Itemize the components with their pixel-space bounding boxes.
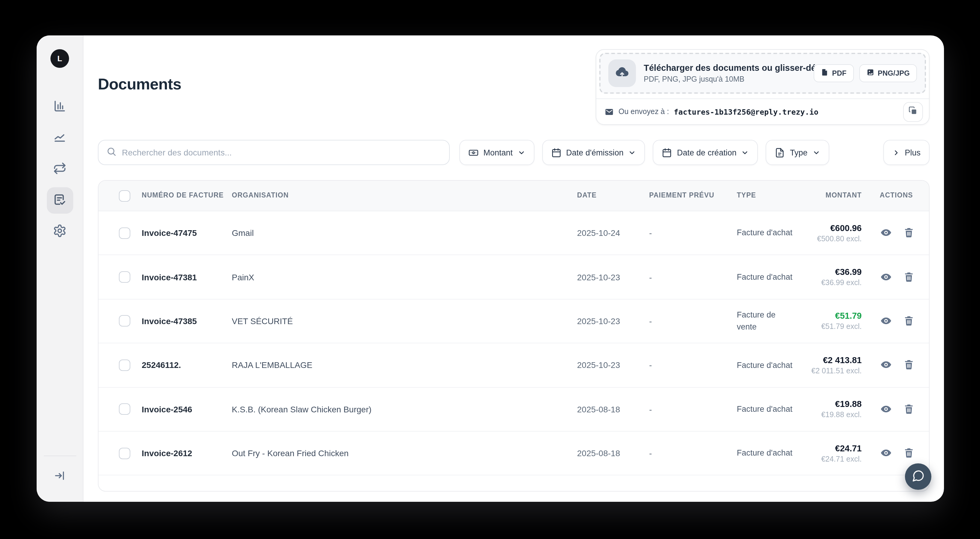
payment-due: - bbox=[649, 448, 737, 458]
eye-icon bbox=[880, 363, 891, 372]
toolbar: Montant Date d'émission Date de création… bbox=[98, 140, 929, 165]
trash-icon bbox=[903, 231, 914, 240]
column-header-date: Date bbox=[577, 191, 649, 201]
amount-cell: €24.71 €24.71 excl. bbox=[810, 443, 862, 463]
invoice-number: Invoice-47475 bbox=[142, 228, 232, 238]
row-checkbox[interactable] bbox=[119, 271, 130, 283]
amount-excl: €51.79 excl. bbox=[810, 323, 862, 331]
delete-document-button[interactable] bbox=[902, 403, 915, 415]
avatar[interactable]: L bbox=[51, 49, 69, 68]
app-window: L bbox=[37, 35, 944, 502]
file-text-icon bbox=[775, 147, 785, 157]
view-document-button[interactable] bbox=[880, 447, 892, 459]
row-checkbox[interactable] bbox=[119, 404, 130, 415]
row-checkbox[interactable] bbox=[119, 315, 130, 327]
filter-date-creation-button[interactable]: Date de création bbox=[653, 140, 758, 165]
invoice-type: Facture d'achat bbox=[737, 359, 794, 371]
row-checkbox[interactable] bbox=[119, 447, 130, 459]
sidebar-expand-button[interactable] bbox=[48, 464, 72, 488]
row-checkbox[interactable] bbox=[119, 227, 130, 238]
more-filters-button[interactable]: Plus bbox=[883, 140, 929, 165]
invoice-number: Invoice-2546 bbox=[142, 405, 232, 414]
view-document-button[interactable] bbox=[880, 403, 892, 415]
delete-document-button[interactable] bbox=[902, 227, 915, 239]
upload-title: Télécharger des documents ou glisser-dép… bbox=[644, 63, 805, 73]
delete-document-button[interactable] bbox=[902, 271, 915, 283]
amount-excl: €36.99 excl. bbox=[810, 278, 862, 287]
column-header-type: Type bbox=[737, 191, 810, 201]
search-box bbox=[98, 140, 450, 165]
invoice-date: 2025-08-18 bbox=[577, 448, 649, 458]
amount-cell: €2 413.81 €2 011.51 excl. bbox=[810, 355, 862, 375]
sidebar-item-analytics[interactable] bbox=[46, 94, 73, 120]
file-icon bbox=[821, 68, 828, 78]
filter-date-emission-button[interactable]: Date d'émission bbox=[542, 140, 645, 165]
amount-cell: €19.88 €19.88 excl. bbox=[810, 399, 862, 419]
row-actions bbox=[862, 447, 929, 459]
chat-button[interactable] bbox=[905, 463, 931, 490]
upload-dropzone[interactable]: Télécharger des documents ou glisser-dép… bbox=[599, 53, 926, 94]
document-check-icon bbox=[53, 192, 67, 208]
gear-icon bbox=[53, 224, 67, 240]
png-button-label: PNG/JPG bbox=[878, 69, 910, 78]
view-document-button[interactable] bbox=[880, 315, 892, 327]
invoice-type: Facture d'achat bbox=[737, 447, 794, 459]
invoice-date: 2025-10-23 bbox=[577, 316, 649, 326]
row-actions bbox=[862, 359, 929, 371]
filter-type-button[interactable]: Type bbox=[766, 140, 829, 165]
copy-email-button[interactable] bbox=[903, 102, 923, 122]
table-body: Invoice-47475 Gmail 2025-10-24 - Facture… bbox=[99, 211, 929, 476]
line-chart-icon bbox=[53, 130, 67, 146]
main-content: Documents Télécharger des documents ou g… bbox=[83, 35, 944, 502]
amount-excl: €500.80 excl. bbox=[810, 234, 862, 243]
amount-incl: €24.71 bbox=[810, 443, 862, 453]
sidebar-item-performance[interactable] bbox=[46, 125, 73, 151]
delete-document-button[interactable] bbox=[902, 359, 915, 371]
sidebar-nav bbox=[46, 94, 73, 245]
sidebar-item-settings[interactable] bbox=[46, 218, 73, 245]
view-document-button[interactable] bbox=[880, 271, 892, 283]
pdf-upload-button[interactable]: PDF bbox=[813, 64, 854, 82]
filter-date-emission-label: Date d'émission bbox=[566, 148, 624, 157]
invoice-type: Facture de vente bbox=[737, 309, 794, 333]
delete-document-button[interactable] bbox=[902, 315, 915, 327]
amount-incl: €19.88 bbox=[810, 399, 862, 409]
message-bubble-icon bbox=[912, 469, 924, 484]
trash-icon bbox=[903, 319, 914, 328]
invoice-date: 2025-10-23 bbox=[577, 361, 649, 370]
eye-icon bbox=[880, 407, 891, 417]
organisation-name: Out Fry - Korean Fried Chicken bbox=[232, 448, 577, 458]
organisation-name: VET SÉCURITÉ bbox=[232, 316, 577, 326]
filter-montant-button[interactable]: Montant bbox=[460, 140, 535, 165]
sidebar-divider bbox=[43, 456, 76, 456]
bar-chart-icon bbox=[53, 99, 67, 115]
invoice-type: Facture d'achat bbox=[737, 227, 794, 239]
view-document-button[interactable] bbox=[880, 359, 892, 371]
amount-cell: €51.79 €51.79 excl. bbox=[810, 311, 862, 331]
view-document-button[interactable] bbox=[880, 227, 892, 239]
delete-document-button[interactable] bbox=[902, 447, 915, 459]
row-checkbox[interactable] bbox=[119, 359, 130, 371]
amount-excl: €24.71 excl. bbox=[810, 455, 862, 463]
invoice-date: 2025-08-18 bbox=[577, 405, 649, 414]
upload-subtitle: PDF, PNG, JPG jusqu'à 10MB bbox=[644, 75, 805, 83]
trash-icon bbox=[903, 452, 914, 460]
filter-date-creation-label: Date de création bbox=[677, 148, 737, 157]
payment-due: - bbox=[649, 272, 737, 282]
table-row: Invoice-2546 K.S.B. (Korean Slaw Chicken… bbox=[99, 388, 929, 432]
column-header-numero: Numéro de facture bbox=[142, 191, 232, 201]
invoice-type: Facture d'achat bbox=[737, 271, 794, 283]
search-input[interactable] bbox=[122, 148, 441, 157]
table-row: Invoice-2612 Out Fry - Korean Fried Chic… bbox=[99, 432, 929, 476]
pdf-button-label: PDF bbox=[832, 69, 846, 78]
png-jpg-upload-button[interactable]: PNG/JPG bbox=[859, 64, 917, 82]
table-row: Invoice-47381 PainX 2025-10-23 - Facture… bbox=[99, 255, 929, 299]
filter-montant-label: Montant bbox=[484, 148, 513, 157]
payment-due: - bbox=[649, 316, 737, 326]
select-all-checkbox[interactable] bbox=[119, 190, 130, 201]
sidebar-item-documents[interactable] bbox=[46, 187, 73, 214]
sidebar-item-transactions[interactable] bbox=[46, 156, 73, 183]
invoice-date: 2025-10-23 bbox=[577, 272, 649, 282]
magnifier-icon bbox=[106, 146, 116, 159]
row-actions bbox=[862, 403, 929, 415]
